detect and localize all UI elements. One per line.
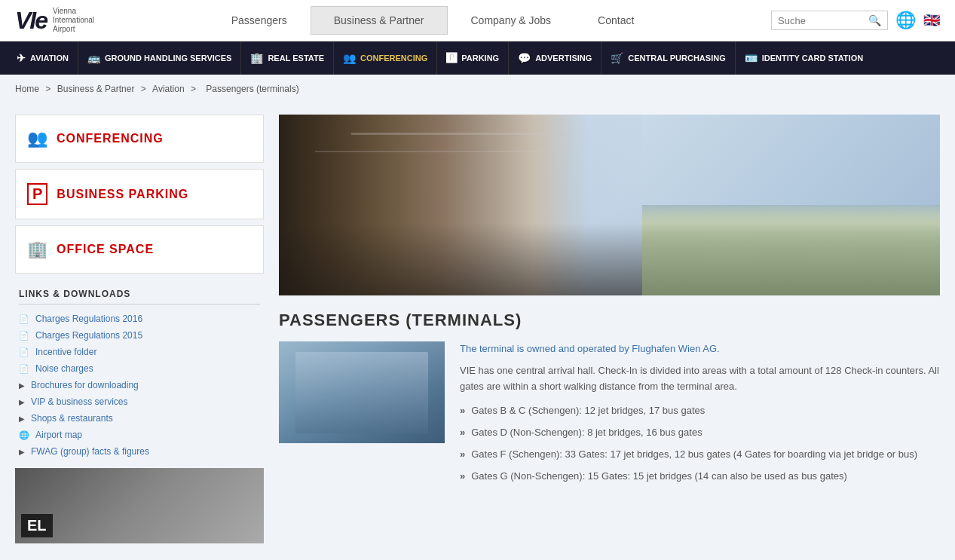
advertising-icon: 💬 [518,52,531,64]
thumbnail-inner [279,341,445,443]
links-downloads-section: LINKS & DOWNLOADS 📄 Charges Regulations … [15,289,264,457]
breadcrumb-home[interactable]: Home [15,84,39,94]
search-box[interactable]: 🔍 [771,11,888,30]
page-title: PASSENGERS (TERMINALS) [279,311,940,330]
topnav-advertising[interactable]: 💬 ADVERTISING [509,41,601,75]
dl-link-7[interactable]: Airport map [35,430,82,440]
search-input[interactable] [778,15,868,26]
topnav-real-estate[interactable]: 🏢 REAL ESTATE [241,41,334,75]
breadcrumb-current: Passengers (terminals) [206,84,298,94]
thumbnail-image [279,341,445,443]
links-downloads-title: LINKS & DOWNLOADS [19,289,260,304]
dl-item-5: ▶ VIP & business services [19,396,260,407]
breadcrumb-business[interactable]: Business & Partner [57,84,135,94]
main-layout: 👥 CONFERENCING P BUSINESS PARKING 🏢 OFFI… [0,103,955,555]
topnav-conferencing-label: CONFERENCING [360,54,427,63]
topnav-aviation-label: AVIATION [30,54,69,63]
bullet-text-3: Gates G (Non-Schengen): 15 Gates: 15 jet… [471,469,847,485]
dl-item-2: 📄 Incentive folder [19,347,260,357]
conferencing-icon: 👥 [343,52,356,64]
nav-contact[interactable]: Contact [574,6,657,35]
dl-item-3: 📄 Noise charges [19,363,260,374]
identity-card-icon: 🪪 [745,52,758,64]
main-nav: Passengers Business & Partner Company & … [208,6,658,35]
aviation-icon: ✈ [17,52,26,64]
hero-image [279,115,940,295]
topnav-conferencing[interactable]: 👥 CONFERENCING [334,41,437,75]
header: VIe Vienna International Airport Passeng… [0,0,955,41]
dl-item-6: ▶ Shops & restaurants [19,413,260,424]
ground-handling-icon: 🚌 [87,52,100,64]
topnav-central-purchasing[interactable]: 🛒 CENTRAL PURCHASING [601,41,735,75]
topnav-advertising-label: ADVERTISING [535,54,592,63]
top-navigation-bar: ✈ AVIATION 🚌 GROUND HANDLING SERVICES 🏢 … [0,41,955,75]
topnav-parking-label: PARKING [461,54,499,63]
doc-icon-3: 📄 [19,364,29,374]
bullet-text-1: Gates D (Non-Schengen): 8 jet bridges, 1… [471,425,702,441]
sidebar-item-conferencing[interactable]: 👥 CONFERENCING [15,115,264,163]
sidebar-item-office-space[interactable]: 🏢 OFFICE SPACE [15,225,264,274]
dl-item-7: 🌐 Airport map [19,430,260,440]
search-icon[interactable]: 🔍 [868,14,881,26]
intro-paragraph: The terminal is owned and operated by Fl… [460,341,940,357]
topnav-real-estate-label: REAL ESTATE [268,54,324,63]
main-description: VIE has one central arrival hall. Check-… [460,363,940,395]
dl-link-3[interactable]: Noise charges [35,363,93,374]
central-purchasing-icon: 🛒 [611,52,623,64]
dl-item-4: ▶ Brochures for downloading [19,380,260,390]
nav-business[interactable]: Business & Partner [311,6,448,35]
breadcrumb: Home > Business & Partner > Aviation > P… [0,75,955,103]
parking-icon: 🅿 [446,52,457,64]
parking-menu-label: BUSINESS PARKING [57,188,188,201]
bullet-text-2: Gates F (Schengen): 33 Gates: 17 jet bri… [471,447,917,463]
content-area: PASSENGERS (TERMINALS) The terminal is o… [279,115,940,544]
dl-link-0[interactable]: Charges Regulations 2016 [35,314,142,324]
topnav-aviation[interactable]: ✈ AVIATION [8,41,78,75]
topnav-identity-label: IDENTITY CARD STATION [762,54,863,63]
topnav-ground-handling[interactable]: 🚌 GROUND HANDLING SERVICES [78,41,241,75]
content-text: The terminal is owned and operated by Fl… [460,341,940,491]
bullet-text-0: Gates B & C (Schengen): 12 jet bridges, … [471,403,705,419]
doc-icon-0: 📄 [19,314,29,324]
dl-link-1[interactable]: Charges Regulations 2015 [35,330,142,341]
dl-item-0: 📄 Charges Regulations 2016 [19,314,260,324]
office-menu-icon: 🏢 [27,240,47,259]
doc-icon-2: 📄 [19,347,29,357]
sidebar: 👥 CONFERENCING P BUSINESS PARKING 🏢 OFFI… [15,115,264,544]
globe-icon-7: 🌐 [19,430,29,440]
logo[interactable]: VIe Vienna International Airport [15,7,94,35]
dl-item-1: 📄 Charges Regulations 2015 [19,330,260,341]
bullet-list: Gates B & C (Schengen): 12 jet bridges, … [460,403,940,484]
bullet-item-2: Gates F (Schengen): 33 Gates: 17 jet bri… [460,447,940,463]
nav-passengers[interactable]: Passengers [208,6,311,35]
dl-item-8: ▶ FWAG (group) facts & figures [19,446,260,457]
arrow-icon-6: ▶ [19,415,25,423]
language-flag-icon[interactable]: 🇬🇧 [923,12,940,29]
topnav-parking[interactable]: 🅿 PARKING [437,41,509,75]
arrow-icon-4: ▶ [19,381,25,390]
arrow-icon-8: ▶ [19,448,25,456]
sidebar-bottom-image: EL [15,468,264,543]
topnav-purchasing-label: CENTRAL PURCHASING [628,54,725,63]
topnav-identity-card[interactable]: 🪪 IDENTITY CARD STATION [736,41,872,75]
sidebar-bottom-label: EL [21,514,53,537]
arrow-icon-5: ▶ [19,398,25,406]
real-estate-icon: 🏢 [250,52,263,64]
dl-link-4[interactable]: Brochures for downloading [31,380,139,390]
bullet-item-0: Gates B & C (Schengen): 12 jet bridges, … [460,403,940,419]
doc-icon-1: 📄 [19,331,29,341]
bullet-item-3: Gates G (Non-Schengen): 15 Gates: 15 jet… [460,469,940,485]
conferencing-menu-icon: 👥 [27,129,47,148]
language-globe-icon[interactable]: 🌐 [895,11,916,30]
topnav-ground-label: GROUND HANDLING SERVICES [105,54,231,63]
dl-link-6[interactable]: Shops & restaurants [31,413,113,424]
sidebar-item-business-parking[interactable]: P BUSINESS PARKING [15,169,264,219]
dl-link-2[interactable]: Incentive folder [35,347,96,357]
breadcrumb-aviation[interactable]: Aviation [152,84,184,94]
content-row: The terminal is owned and operated by Fl… [279,341,940,491]
office-menu-label: OFFICE SPACE [57,243,154,256]
parking-menu-icon: P [27,183,47,205]
dl-link-5[interactable]: VIP & business services [31,396,128,407]
nav-company[interactable]: Company & Jobs [448,6,575,35]
dl-link-8[interactable]: FWAG (group) facts & figures [31,446,149,457]
